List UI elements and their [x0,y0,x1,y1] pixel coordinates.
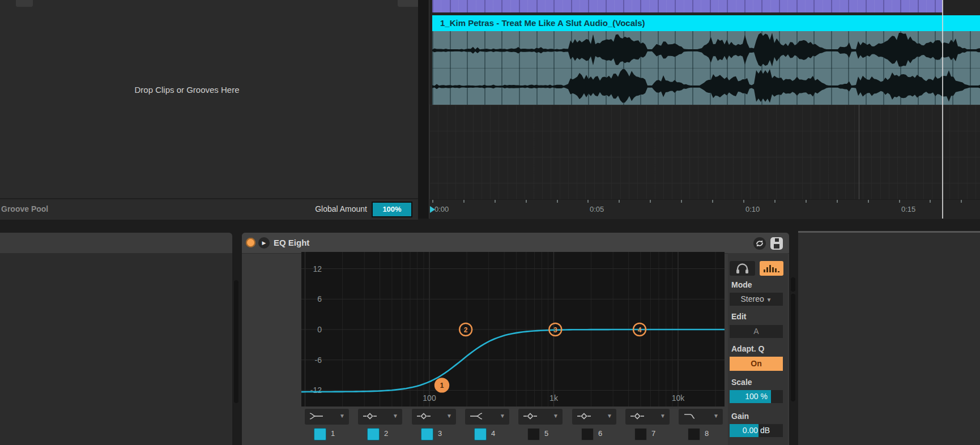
eq-band-cell: ▼7 [625,409,670,445]
eq-band-cell: ▼1 [305,409,349,445]
ruler-ticks [429,200,980,203]
edit-ab-button[interactable]: A [730,325,783,338]
save-preset-icon[interactable] [770,237,783,250]
empty-track-grid[interactable] [429,105,980,200]
band-enable-checkbox[interactable] [688,428,700,440]
audio-clip-title: 1_Kim Petras - Treat Me Like A Slut Audi… [440,18,645,28]
eq-band-cell: ▼4 [465,409,509,445]
stereo-lane-divider [432,68,980,69]
device-chain-empty-area[interactable] [798,231,980,445]
chevron-down-icon[interactable]: ▼ [339,413,345,419]
band-number: 7 [651,429,655,438]
db-axis-label: 0 [317,325,322,334]
time-label: 0:10 [745,205,760,213]
freq-axis-label: 10k [672,393,685,403]
mode-value: Stereo [740,294,764,303]
output-gain-value: 0.00 dB [730,424,783,437]
eq-band-handle[interactable]: 1 [435,378,449,392]
band-enable-checkbox[interactable] [367,428,380,440]
filter-type-button[interactable]: ▼ [679,409,723,425]
eq-response-display[interactable]: 1260-6-121001k10k1234 [301,252,725,407]
eq-band-cell: ▼3 [412,409,456,445]
device-activator-led[interactable] [246,238,255,247]
groove-pool-footer: Groove Pool Global Amount 100% [0,198,418,220]
chevron-down-icon[interactable]: ▼ [393,413,398,419]
filter-type-button[interactable]: ▼ [465,409,509,425]
global-amount-value[interactable]: 100% [372,202,412,217]
svg-text:4: 4 [638,326,642,334]
time-label: 0:15 [901,205,915,213]
pane-divider [418,0,429,219]
playhead[interactable] [942,0,943,219]
hot-swap-icon[interactable] [753,237,766,250]
time-label: 0:05 [590,205,604,213]
audio-clip-titlebar[interactable]: 1_Kim Petras - Treat Me Like A Slut Audi… [432,15,980,31]
time-ruler[interactable]: 0:000:050:100:15 [429,199,980,219]
db-axis-label: 12 [313,264,322,273]
output-gain-box[interactable]: 0.00 dB [730,424,783,437]
clip-view-header [0,233,232,253]
bell-icon [363,412,382,421]
band-enable-checkbox[interactable] [581,428,594,440]
device-scrollbar-left[interactable] [234,280,238,403]
db-axis-label: -6 [315,356,322,365]
chevron-down-icon[interactable]: ▼ [713,413,719,419]
filter-type-button[interactable]: ▼ [625,409,670,425]
band-number: 5 [544,429,548,438]
device-title: EQ Eight [274,238,309,247]
chevron-down-icon[interactable]: ▼ [553,413,559,419]
edit-label: Edit [731,312,746,321]
device-scrollbar-right[interactable] [791,294,795,401]
chevron-down-icon[interactable]: ▼ [500,413,505,419]
time-label: 0:00 [434,205,449,213]
low-pass-icon [683,412,702,421]
eq-band-cell: ▼6 [572,409,616,445]
filter-type-button[interactable]: ▼ [572,409,616,425]
drop-clips-hint: Drop Clips or Grooves Here [0,85,374,95]
midi-clip-strip[interactable] [432,0,943,12]
groove-pool-pane[interactable]: Drop Clips or Grooves Here [0,0,418,199]
freq-axis-label: 100 [423,393,436,403]
audio-clip-waveform[interactable] [432,31,980,105]
arrangement-view[interactable]: 1_Kim Petras - Treat Me Like A Slut Audi… [429,0,980,219]
scroll-corner-left [16,0,33,7]
mode-label: Mode [731,280,752,289]
audition-button[interactable] [730,261,755,276]
scale-value-box[interactable]: 100 % [730,390,783,403]
chevron-down-icon[interactable]: ▼ [607,413,612,419]
spectrum-toggle-button[interactable] [760,261,783,276]
db-axis-label: 6 [317,294,322,303]
device-scrollbar-right-top[interactable] [791,277,795,292]
band-enable-checkbox[interactable] [634,428,647,440]
filter-type-button[interactable]: ▼ [305,409,349,425]
bell-icon [416,412,436,421]
chevron-down-icon[interactable]: ▼ [446,413,452,419]
eq-band-cell: ▼5 [518,409,563,445]
band-number: 2 [384,429,388,438]
chevron-down-icon: ▼ [766,297,772,303]
groove-pool-label: Groove Pool [1,204,48,213]
scale-label: Scale [731,378,752,387]
eq-side-column: Mode Stereo ▼ Edit A Adapt. Q On Scale 1… [728,253,788,445]
filter-type-button[interactable]: ▼ [412,409,456,425]
global-amount-label: Global Amount [272,204,367,213]
preview-play-icon[interactable]: ▶ [258,237,270,249]
band-number: 4 [491,429,495,438]
output-gain-label: Gain [731,412,749,421]
bell-icon [630,412,649,421]
mode-dropdown[interactable]: Stereo ▼ [730,293,783,306]
clip-view-pane [0,233,232,445]
device-title-bar[interactable]: ▶ EQ Eight [242,233,789,254]
band-number: 1 [331,429,335,438]
adaptq-toggle[interactable]: On [730,357,783,371]
band-enable-checkbox[interactable] [474,428,487,440]
chevron-down-icon[interactable]: ▼ [660,413,666,419]
svg-text:3: 3 [553,326,557,334]
ableton-live-window: Drop Clips or Grooves Here Groove Pool G… [0,0,980,445]
filter-type-button[interactable]: ▼ [518,409,563,425]
freq-axis-label: 1k [549,393,559,403]
band-enable-checkbox[interactable] [527,428,540,440]
band-enable-checkbox[interactable] [314,428,326,440]
filter-type-button[interactable]: ▼ [358,409,402,425]
band-enable-checkbox[interactable] [421,428,433,440]
